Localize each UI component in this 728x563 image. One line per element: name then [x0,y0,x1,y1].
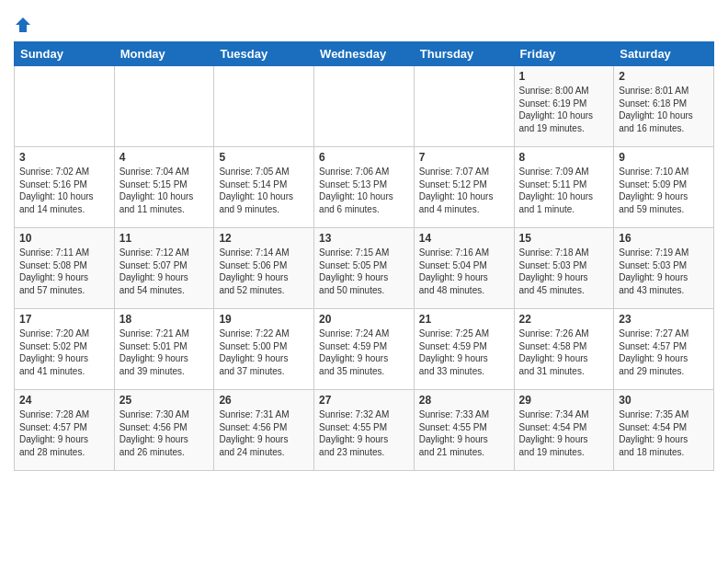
calendar-cell [314,66,415,147]
calendar-cell: 10Sunrise: 7:11 AM Sunset: 5:08 PM Dayli… [15,228,115,309]
day-number: 27 [319,394,409,407]
day-info: Sunrise: 7:27 AM Sunset: 4:57 PM Dayligh… [619,327,709,377]
day-info: Sunrise: 7:30 AM Sunset: 4:56 PM Dayligh… [119,408,210,458]
calendar-cell: 12Sunrise: 7:14 AM Sunset: 5:06 PM Dayli… [214,228,314,309]
day-info: Sunrise: 7:20 AM Sunset: 5:02 PM Dayligh… [19,327,109,377]
day-number: 24 [19,394,109,407]
day-number: 14 [419,232,509,245]
day-info: Sunrise: 7:06 AM Sunset: 5:13 PM Dayligh… [319,166,409,215]
day-number: 9 [619,151,709,164]
day-info: Sunrise: 7:05 AM Sunset: 5:14 PM Dayligh… [219,166,309,215]
calendar-cell: 30Sunrise: 7:35 AM Sunset: 4:54 PM Dayli… [614,390,714,471]
day-info: Sunrise: 7:31 AM Sunset: 4:56 PM Dayligh… [219,408,309,458]
calendar-week-2: 10Sunrise: 7:11 AM Sunset: 5:08 PM Dayli… [15,228,714,309]
calendar-cell: 20Sunrise: 7:24 AM Sunset: 4:59 PM Dayli… [314,309,415,390]
calendar-cell: 21Sunrise: 7:25 AM Sunset: 4:59 PM Dayli… [414,309,514,390]
day-number: 28 [419,394,509,407]
day-info: Sunrise: 7:26 AM Sunset: 4:58 PM Dayligh… [519,327,609,377]
day-info: Sunrise: 7:25 AM Sunset: 4:59 PM Dayligh… [419,327,509,377]
calendar-cell [114,66,214,147]
calendar-cell: 16Sunrise: 7:19 AM Sunset: 5:03 PM Dayli… [614,228,714,309]
calendar-cell: 28Sunrise: 7:33 AM Sunset: 4:55 PM Dayli… [414,390,514,471]
day-info: Sunrise: 7:04 AM Sunset: 5:15 PM Dayligh… [119,166,210,215]
calendar-cell: 8Sunrise: 7:09 AM Sunset: 5:11 PM Daylig… [514,147,614,228]
calendar-cell: 26Sunrise: 7:31 AM Sunset: 4:56 PM Dayli… [214,390,314,471]
calendar-cell: 19Sunrise: 7:22 AM Sunset: 5:00 PM Dayli… [214,309,314,390]
day-number: 23 [619,313,709,326]
logo-icon [14,16,32,34]
calendar-cell: 25Sunrise: 7:30 AM Sunset: 4:56 PM Dayli… [114,390,214,471]
day-info: Sunrise: 7:10 AM Sunset: 5:09 PM Dayligh… [619,166,709,215]
day-info: Sunrise: 7:34 AM Sunset: 4:54 PM Dayligh… [519,408,609,458]
calendar-cell: 14Sunrise: 7:16 AM Sunset: 5:04 PM Dayli… [414,228,514,309]
header [14,9,714,34]
calendar-cell: 18Sunrise: 7:21 AM Sunset: 5:01 PM Dayli… [114,309,214,390]
page: SundayMondayTuesdayWednesdayThursdayFrid… [0,0,728,485]
calendar-cell: 17Sunrise: 7:20 AM Sunset: 5:02 PM Dayli… [15,309,115,390]
day-info: Sunrise: 7:09 AM Sunset: 5:11 PM Dayligh… [519,166,609,215]
calendar-cell: 6Sunrise: 7:06 AM Sunset: 5:13 PM Daylig… [314,147,415,228]
calendar-cell: 5Sunrise: 7:05 AM Sunset: 5:14 PM Daylig… [214,147,314,228]
day-info: Sunrise: 7:14 AM Sunset: 5:06 PM Dayligh… [219,247,309,296]
day-number: 13 [319,232,409,245]
calendar-header-thursday: Thursday [414,42,514,66]
day-number: 10 [19,232,109,245]
calendar-cell: 3Sunrise: 7:02 AM Sunset: 5:16 PM Daylig… [15,147,115,228]
calendar-cell: 24Sunrise: 7:28 AM Sunset: 4:57 PM Dayli… [15,390,115,471]
day-info: Sunrise: 7:22 AM Sunset: 5:00 PM Dayligh… [219,327,309,377]
day-info: Sunrise: 7:15 AM Sunset: 5:05 PM Dayligh… [319,247,409,296]
day-number: 25 [119,394,210,407]
day-number: 26 [219,394,309,407]
day-info: Sunrise: 8:00 AM Sunset: 6:19 PM Dayligh… [519,85,609,134]
day-number: 3 [19,151,109,164]
calendar-header-tuesday: Tuesday [214,42,314,66]
day-number: 22 [519,313,609,326]
calendar-cell: 22Sunrise: 7:26 AM Sunset: 4:58 PM Dayli… [514,309,614,390]
calendar-cell: 27Sunrise: 7:32 AM Sunset: 4:55 PM Dayli… [314,390,415,471]
day-number: 11 [119,232,210,245]
calendar-header-monday: Monday [114,42,214,66]
calendar-week-1: 3Sunrise: 7:02 AM Sunset: 5:16 PM Daylig… [15,147,714,228]
day-info: Sunrise: 7:02 AM Sunset: 5:16 PM Dayligh… [19,166,109,215]
calendar-cell [414,66,514,147]
day-info: Sunrise: 7:11 AM Sunset: 5:08 PM Dayligh… [19,247,109,296]
calendar-cell: 9Sunrise: 7:10 AM Sunset: 5:09 PM Daylig… [614,147,714,228]
calendar-cell: 7Sunrise: 7:07 AM Sunset: 5:12 PM Daylig… [414,147,514,228]
day-info: Sunrise: 7:33 AM Sunset: 4:55 PM Dayligh… [419,408,509,458]
day-info: Sunrise: 7:12 AM Sunset: 5:07 PM Dayligh… [119,247,210,296]
day-number: 18 [119,313,210,326]
calendar-cell: 1Sunrise: 8:00 AM Sunset: 6:19 PM Daylig… [514,66,614,147]
calendar-header-row: SundayMondayTuesdayWednesdayThursdayFrid… [15,42,714,66]
day-number: 4 [119,151,210,164]
calendar-header-friday: Friday [514,42,614,66]
calendar-cell: 11Sunrise: 7:12 AM Sunset: 5:07 PM Dayli… [114,228,214,309]
calendar-cell: 2Sunrise: 8:01 AM Sunset: 6:18 PM Daylig… [614,66,714,147]
day-number: 5 [219,151,309,164]
calendar-header-sunday: Sunday [15,42,115,66]
calendar-header-wednesday: Wednesday [314,42,415,66]
day-number: 29 [519,394,609,407]
day-number: 16 [619,232,709,245]
day-number: 15 [519,232,609,245]
calendar-cell: 23Sunrise: 7:27 AM Sunset: 4:57 PM Dayli… [614,309,714,390]
day-info: Sunrise: 7:18 AM Sunset: 5:03 PM Dayligh… [519,247,609,296]
calendar-cell [15,66,115,147]
day-info: Sunrise: 7:24 AM Sunset: 4:59 PM Dayligh… [319,327,409,377]
calendar-week-0: 1Sunrise: 8:00 AM Sunset: 6:19 PM Daylig… [15,66,714,147]
calendar-week-3: 17Sunrise: 7:20 AM Sunset: 5:02 PM Dayli… [15,309,714,390]
day-info: Sunrise: 7:32 AM Sunset: 4:55 PM Dayligh… [319,408,409,458]
calendar-cell [214,66,314,147]
calendar-header-saturday: Saturday [614,42,714,66]
day-number: 12 [219,232,309,245]
day-info: Sunrise: 8:01 AM Sunset: 6:18 PM Dayligh… [619,85,709,134]
logo [14,14,36,34]
day-info: Sunrise: 7:19 AM Sunset: 5:03 PM Dayligh… [619,247,709,296]
day-info: Sunrise: 7:28 AM Sunset: 4:57 PM Dayligh… [19,408,109,458]
day-number: 6 [319,151,409,164]
day-number: 21 [419,313,509,326]
day-number: 8 [519,151,609,164]
calendar: SundayMondayTuesdayWednesdayThursdayFrid… [14,41,714,471]
day-number: 2 [619,70,709,83]
day-number: 1 [519,70,609,83]
calendar-cell: 29Sunrise: 7:34 AM Sunset: 4:54 PM Dayli… [514,390,614,471]
